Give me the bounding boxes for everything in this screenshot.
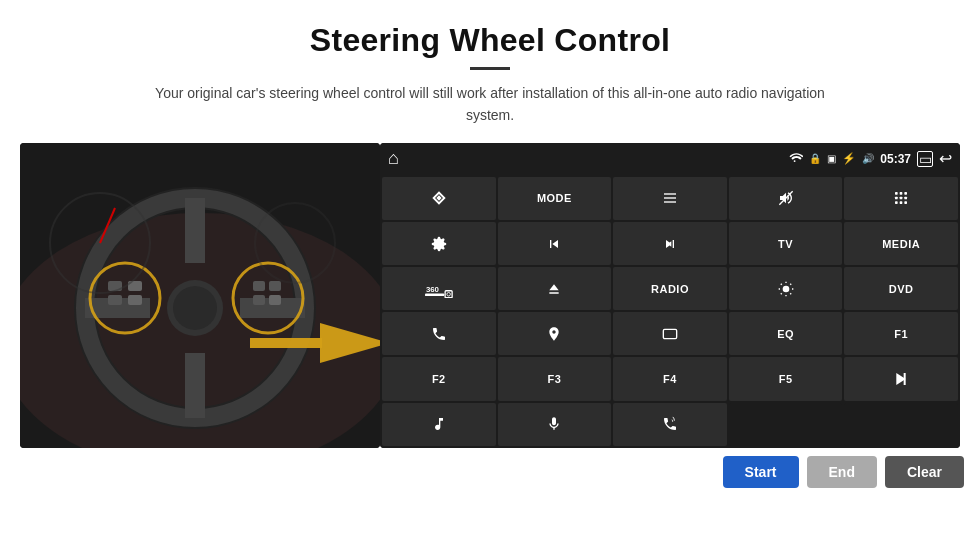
status-right: 🔒 ▣ ⚡ 🔊 05:37 ▭ ↩ — [789, 149, 952, 168]
svg-rect-34 — [900, 197, 903, 200]
btn-f5[interactable]: F5 — [729, 357, 843, 400]
svg-rect-21 — [250, 338, 322, 348]
svg-line-52 — [790, 284, 791, 285]
volume-icon: 🔊 — [862, 153, 874, 164]
btn-playpause[interactable] — [844, 357, 958, 400]
svg-rect-55 — [904, 373, 906, 385]
end-button[interactable]: End — [807, 456, 877, 488]
btn-prev[interactable] — [498, 222, 612, 265]
title-divider — [470, 67, 510, 70]
page-title: Steering Wheel Control — [0, 0, 980, 59]
btn-dvd[interactable]: DVD — [844, 267, 958, 310]
svg-text:360: 360 — [426, 284, 440, 293]
btn-brightness[interactable] — [729, 267, 843, 310]
btn-navi[interactable] — [498, 312, 612, 355]
btn-f4[interactable]: F4 — [613, 357, 727, 400]
btn-navigate[interactable] — [382, 177, 496, 220]
btn-empty-2 — [844, 403, 958, 446]
svg-rect-18 — [253, 295, 265, 305]
btn-eq[interactable]: EQ — [729, 312, 843, 355]
btn-empty-1 — [729, 403, 843, 446]
svg-point-9 — [173, 286, 217, 330]
svg-rect-31 — [900, 192, 903, 195]
btn-list[interactable] — [613, 177, 727, 220]
home-icon[interactable]: ⌂ — [388, 148, 399, 169]
btn-music[interactable] — [382, 403, 496, 446]
btn-radio[interactable]: RADIO — [613, 267, 727, 310]
btn-f1[interactable]: F1 — [844, 312, 958, 355]
svg-rect-37 — [900, 202, 903, 205]
back-icon[interactable]: ↩ — [939, 149, 952, 168]
btn-mode[interactable]: MODE — [498, 177, 612, 220]
bluetooth-icon: ⚡ — [842, 152, 856, 165]
page-subtitle: Your original car's steering wheel contr… — [140, 82, 840, 127]
status-left: ⌂ — [388, 148, 399, 169]
btn-f2[interactable]: F2 — [382, 357, 496, 400]
clear-button[interactable]: Clear — [885, 456, 964, 488]
svg-line-47 — [780, 284, 781, 285]
svg-rect-16 — [253, 281, 265, 291]
btn-call[interactable] — [613, 403, 727, 446]
btn-mic[interactable] — [498, 403, 612, 446]
btn-tv[interactable]: TV — [729, 222, 843, 265]
svg-rect-26 — [664, 194, 676, 195]
content-area: ⌂ 🔒 ▣ ⚡ 🔊 05:37 ▭ ↩ — [0, 143, 980, 448]
status-bar: ⌂ 🔒 ▣ ⚡ 🔊 05:37 ▭ ↩ — [380, 143, 960, 175]
lock-icon: 🔒 — [809, 153, 821, 164]
sim-icon: ▣ — [827, 153, 836, 164]
steering-wheel-image — [20, 143, 380, 448]
svg-rect-42 — [445, 290, 452, 297]
btn-phone[interactable] — [382, 312, 496, 355]
svg-rect-17 — [269, 281, 281, 291]
btn-screen[interactable] — [613, 312, 727, 355]
svg-rect-28 — [664, 202, 676, 203]
svg-rect-38 — [905, 202, 908, 205]
time-display: 05:37 — [880, 152, 911, 166]
btn-next[interactable] — [613, 222, 727, 265]
svg-point-44 — [782, 285, 789, 292]
btn-settings[interactable] — [382, 222, 496, 265]
multi-window-icon[interactable]: ▭ — [917, 151, 933, 167]
wifi-icon — [789, 153, 803, 165]
svg-point-25 — [794, 160, 796, 162]
btn-eject[interactable] — [498, 267, 612, 310]
bottom-action-bar: Start End Clear — [0, 448, 980, 496]
android-unit: ⌂ 🔒 ▣ ⚡ 🔊 05:37 ▭ ↩ — [380, 143, 960, 448]
svg-rect-41 — [425, 293, 444, 296]
svg-rect-27 — [664, 198, 676, 199]
start-button[interactable]: Start — [723, 456, 799, 488]
svg-rect-30 — [895, 192, 898, 195]
btn-mute[interactable] — [729, 177, 843, 220]
svg-line-51 — [780, 293, 781, 294]
btn-f3[interactable]: F3 — [498, 357, 612, 400]
svg-rect-36 — [895, 202, 898, 205]
svg-rect-35 — [905, 197, 908, 200]
svg-point-43 — [447, 292, 451, 296]
svg-rect-33 — [895, 197, 898, 200]
svg-rect-19 — [269, 295, 281, 305]
svg-rect-15 — [128, 295, 142, 305]
svg-line-48 — [790, 293, 791, 294]
svg-rect-53 — [663, 329, 676, 338]
btn-media[interactable]: MEDIA — [844, 222, 958, 265]
control-buttons-grid: MODE TV ME — [380, 175, 960, 448]
btn-apps[interactable] — [844, 177, 958, 220]
btn-360cam[interactable]: 360 — [382, 267, 496, 310]
svg-rect-32 — [905, 192, 908, 195]
svg-rect-13 — [108, 295, 122, 305]
